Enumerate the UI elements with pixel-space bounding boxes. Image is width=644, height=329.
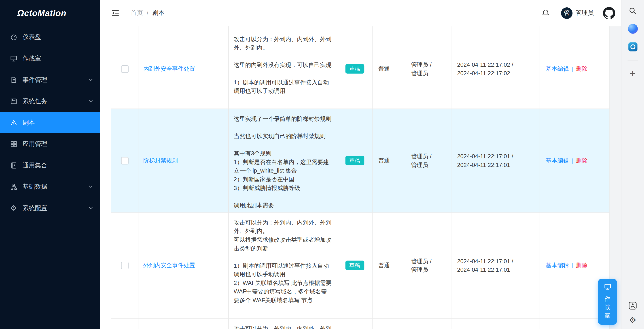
time-label: 2024-04-11 22:17:01 / 2024-04-11 22:17:0… — [452, 109, 540, 213]
sidebar-item-dashboard[interactable]: 仪表盘 — [0, 27, 100, 48]
floating-warroom-button[interactable]: 作 战 室 — [598, 279, 617, 325]
edit-link[interactable]: 基本编辑 — [546, 156, 569, 165]
edit-link[interactable]: 基本编辑 — [546, 65, 569, 73]
priority-label: 普通 — [378, 261, 390, 270]
sidebar-item-events[interactable]: 事件管理 — [0, 69, 100, 91]
row-checkbox[interactable] — [121, 157, 128, 164]
sidebar-item-label: 通用集合 — [22, 161, 47, 169]
status-badge: 草稿 — [345, 260, 364, 270]
chevron-down-icon — [89, 79, 93, 81]
document-icon — [10, 76, 17, 84]
app-grid-icon — [10, 140, 17, 148]
sidebar-item-label: 作战室 — [22, 54, 41, 62]
playbook-description: 攻击可以分为：外到内、内到外、外到外、外到内。 — [234, 324, 332, 329]
chevron-down-icon — [89, 185, 93, 188]
table-row-partial-top — [111, 27, 610, 29]
main-area: 首页 / 剧本 管 管理员 — [100, 0, 621, 329]
table-row: 内到外安全事件处置 攻击可以分为：外到内、内到外、外到外、外到内。 这里的内到外… — [111, 29, 610, 109]
cluster-icon — [10, 183, 17, 190]
sidebar-item-label: 系统任务 — [22, 97, 47, 105]
breadcrumb-current: 剧本 — [152, 9, 164, 17]
playbook-name-link[interactable]: 阶梯封禁规则 — [143, 156, 178, 165]
sidebar-item-tasks[interactable]: 系统任务 — [0, 90, 100, 112]
notification-bell-icon[interactable] — [542, 9, 550, 17]
copilot-icon[interactable] — [628, 24, 638, 34]
sidebar-item-playbook[interactable]: 剧本 — [0, 112, 100, 133]
gear-icon: ⚙ — [10, 204, 17, 212]
owner-label: 管理员 / 管理员 — [406, 29, 452, 109]
status-badge: 草稿 — [345, 156, 364, 165]
sidebar-item-label: 系统配置 — [22, 204, 47, 212]
sidebar-item-collections[interactable]: 通用集合 — [0, 155, 100, 176]
priority-label: 普通 — [378, 156, 390, 165]
top-header: 首页 / 剧本 管 管理员 — [100, 0, 621, 27]
chevron-down-icon — [89, 100, 93, 102]
monitor-icon — [604, 283, 611, 292]
playbook-description: 这里实现了一个最简单的阶梯封禁规则 当然也可以实现自己的阶梯封禁规则 其中有3个… — [234, 115, 332, 209]
playbook-name-link[interactable]: 外到内安全事件处置 — [143, 261, 195, 270]
settings-gear-icon[interactable]: ⚙ — [629, 316, 636, 324]
content-area: 内到外安全事件处置 攻击可以分为：外到内、内到外、外到外、外到内。 这里的内到外… — [100, 27, 621, 329]
sidebar-menu: 仪表盘 作战室 事件管理 系统任务 — [0, 27, 100, 219]
playbook-table: 内到外安全事件处置 攻击可以分为：外到内、内到外、外到外、外到内。 这里的内到外… — [111, 27, 610, 329]
toolbar-divider — [628, 60, 638, 61]
priority-label: 普通 — [378, 65, 390, 73]
delete-link[interactable]: 删除 — [576, 156, 588, 165]
edit-link[interactable]: 基本编辑 — [546, 261, 569, 270]
browser-side-toolbar: + ⚙ — [621, 0, 644, 329]
sidebar-item-basedata[interactable]: 基础数据 — [0, 176, 100, 197]
delete-link[interactable]: 删除 — [576, 261, 588, 270]
task-board-icon — [10, 97, 17, 105]
user-avatar[interactable]: 管 — [561, 7, 572, 19]
breadcrumb-separator: / — [147, 10, 148, 16]
search-icon[interactable] — [628, 7, 637, 15]
user-name: 管理员 — [575, 9, 594, 17]
breadcrumb-home[interactable]: 首页 — [130, 9, 143, 17]
sidebar-item-label: 基础数据 — [22, 183, 47, 190]
sidebar: ΩctoMation 仪表盘 作战室 事件管理 — [0, 0, 100, 329]
owner-label: 管理员 / 管理员 — [406, 213, 452, 319]
breadcrumb: 首页 / 剧本 — [130, 9, 164, 17]
table-row: 外到内安全事件处置 攻击可以分为：外到内、内到外、外到外、外到内。 可以根据需求… — [111, 213, 610, 319]
sidebar-item-warroom[interactable]: 作战室 — [0, 48, 100, 69]
sidebar-item-sysconfig[interactable]: ⚙ 系统配置 — [0, 197, 100, 219]
toolbar-bottom-group: ⚙ — [628, 301, 637, 324]
github-icon[interactable] — [603, 7, 615, 19]
dashboard-icon — [10, 33, 17, 41]
book-icon — [10, 162, 17, 169]
delete-link[interactable]: 删除 — [576, 65, 588, 73]
sidebar-item-label: 事件管理 — [22, 76, 47, 84]
app-logo: ΩctoMation — [0, 0, 100, 27]
warroom-button-label: 作 战 室 — [605, 295, 610, 319]
app-window: ΩctoMation 仪表盘 作战室 事件管理 — [0, 0, 644, 329]
playbook-description: 攻击可以分为：外到内、内到外、外到外、外到内。 这里的内到外没有实现，可以自己实… — [234, 35, 332, 95]
table-row: 阶梯封禁规则 这里实现了一个最简单的阶梯封禁规则 当然也可以实现自己的阶梯封禁规… — [111, 109, 610, 213]
chevron-down-icon — [89, 207, 93, 209]
time-label: 2024-04-11 22:17:01 / 2024-04-11 22:17:0… — [452, 213, 540, 319]
playbook-icon — [10, 119, 17, 126]
playbook-name-link[interactable]: 内到外安全事件处置 — [143, 65, 195, 73]
status-badge: 草稿 — [345, 64, 364, 74]
sidebar-item-label: 应用管理 — [22, 140, 47, 148]
row-checkbox[interactable] — [121, 65, 128, 73]
outlook-icon[interactable] — [628, 42, 637, 51]
owner-label: 管理员 / 管理员 — [406, 109, 452, 213]
playbook-description: 攻击可以分为：外到内、内到外、外到外、外到内。 可以根据需求修改攻击类型或者增加… — [234, 218, 332, 304]
sidebar-item-label: 剧本 — [22, 119, 35, 126]
menu-fold-icon[interactable] — [111, 9, 120, 18]
monitor-icon — [10, 55, 17, 62]
table-row-partial-bottom: 攻击可以分为：外到内、内到外、外到外、外到内。 — [111, 318, 610, 329]
accessibility-icon[interactable] — [628, 301, 637, 310]
sidebar-item-label: 仪表盘 — [22, 33, 41, 41]
sidebar-item-apps[interactable]: 应用管理 — [0, 133, 100, 155]
action-divider: | — [572, 156, 573, 165]
time-label: 2024-04-11 22:17:02 / 2024-04-11 22:17:0… — [452, 29, 540, 109]
action-divider: | — [572, 65, 573, 73]
plus-icon[interactable]: + — [630, 69, 636, 78]
row-checkbox[interactable] — [121, 262, 128, 269]
action-divider: | — [572, 261, 573, 270]
